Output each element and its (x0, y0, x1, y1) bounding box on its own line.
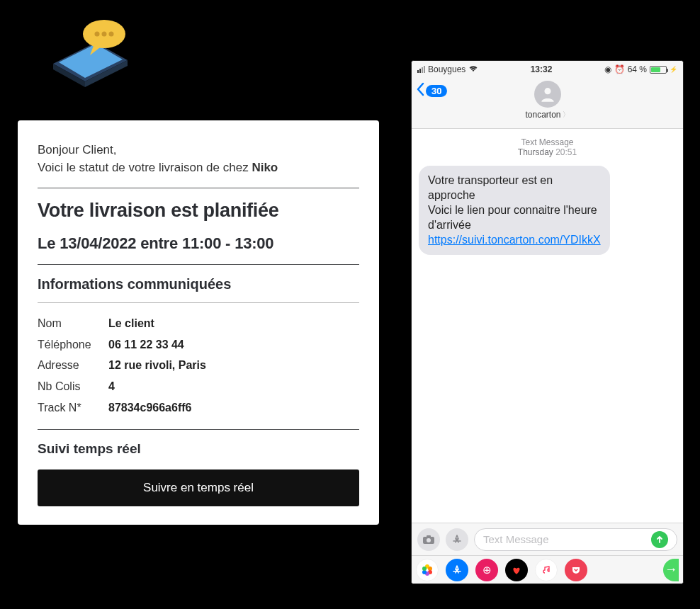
greeting-line1: Bonjour Client, (38, 142, 359, 159)
status-left: Bouygues (417, 64, 478, 74)
carrier-name: Bouygues (428, 64, 465, 74)
table-row: Track N* 87834c966a6ff6 (38, 397, 359, 419)
email-greeting: Bonjour Client, Voici le statut de votre… (38, 142, 359, 176)
thread-timestamp: Text Message Thursday 20:51 (419, 137, 676, 157)
table-row: Adresse 12 rue rivoli, Paris (38, 355, 359, 376)
message-input[interactable]: Text Message (474, 528, 677, 551)
imessage-app-strip: ⊕ → (412, 555, 683, 584)
back-button[interactable]: 30 (416, 82, 447, 100)
delivery-status-title: Votre livraison est planifiée (38, 200, 359, 222)
more-apps-button[interactable]: → (663, 559, 679, 581)
svg-point-6 (95, 32, 100, 37)
realtime-title: Suivi temps réel (38, 441, 359, 457)
delivery-status-date: Le 13/04/2022 entre 11:00 - 13:00 (38, 234, 359, 253)
table-row: Nom Le client (38, 313, 359, 334)
svg-rect-11 (427, 535, 431, 537)
divider (38, 429, 359, 430)
sms-line2: Voici le lien pour connaitre l'heure d'a… (428, 203, 601, 232)
iphone-messages-screen: Bouygues 13:32 ◉ ⏰ 64 % ⚡ 30 toncarton 〉 (411, 60, 684, 584)
sms-bubble: Votre transporteur est en approche Voici… (419, 166, 610, 255)
pocket-app-icon[interactable] (565, 559, 587, 581)
follow-realtime-button[interactable]: Suivre en temps réel (38, 469, 359, 506)
tracking-label: Track N* (38, 397, 108, 419)
placeholder-text: Text Message (483, 533, 549, 545)
info-table: Nom Le client Téléphone 06 11 22 33 44 A… (38, 313, 359, 418)
phone-value: 06 11 22 33 44 (108, 334, 184, 355)
svg-point-8 (109, 32, 114, 37)
name-label: Nom (38, 313, 108, 334)
sms-line1: Votre transporteur est en approche (428, 173, 601, 203)
wifi-icon (468, 64, 478, 74)
music-app-icon[interactable] (535, 559, 558, 581)
packages-label: Nb Colis (38, 376, 108, 397)
chevron-right-icon: 〉 (563, 110, 570, 120)
message-input-bar: Text Message (412, 523, 683, 555)
search-app-icon[interactable]: ⊕ (475, 559, 498, 581)
contact-avatar[interactable] (534, 81, 561, 108)
send-button[interactable] (651, 531, 668, 548)
sender-name: Niko (252, 161, 278, 174)
svg-point-7 (102, 32, 107, 37)
chevron-left-icon (416, 82, 424, 100)
svg-point-9 (544, 88, 551, 94)
greeting-line2: Voici le statut de votre livraison de ch… (38, 159, 359, 177)
signal-icon (417, 66, 425, 73)
battery-icon (650, 66, 667, 74)
svg-point-18 (422, 567, 427, 571)
phone-label: Téléphone (38, 334, 108, 355)
table-row: Téléphone 06 11 22 33 44 (38, 334, 359, 355)
message-thread[interactable]: Text Message Thursday 20:51 Votre transp… (412, 129, 683, 263)
app-store-button[interactable] (446, 528, 468, 551)
phone-sms-illustration (46, 14, 138, 92)
do-not-disturb-icon: ◉ (604, 64, 611, 74)
nav-bar: 30 toncarton 〉 (412, 78, 683, 129)
delivery-email-card: Bonjour Client, Voici le statut de votre… (18, 120, 379, 525)
status-time: 13:32 (531, 64, 553, 74)
info-section-title: Informations communiquées (38, 276, 359, 292)
alarm-icon: ⏰ (614, 64, 625, 74)
divider (38, 264, 359, 265)
status-bar: Bouygues 13:32 ◉ ⏰ 64 % ⚡ (412, 61, 683, 78)
appstore-app-icon[interactable] (446, 559, 468, 581)
charging-icon: ⚡ (670, 66, 677, 73)
divider (38, 188, 359, 188)
back-badge-count: 30 (426, 85, 447, 97)
name-value: Le client (108, 313, 154, 334)
packages-value: 4 (108, 376, 115, 397)
table-row: Nb Colis 4 (38, 376, 359, 397)
battery-percent: 64 % (628, 64, 647, 74)
camera-button[interactable] (417, 528, 440, 551)
svg-point-12 (427, 538, 431, 542)
tracking-link[interactable]: https://suivi.toncarton.com/YDIkkX (428, 232, 601, 247)
divider (38, 302, 359, 303)
contact-name[interactable]: toncarton 〉 (525, 110, 569, 120)
photos-app-icon[interactable] (416, 559, 439, 581)
fitness-app-icon[interactable] (505, 559, 528, 581)
address-value: 12 rue rivoli, Paris (108, 355, 206, 376)
address-label: Adresse (38, 355, 108, 376)
tracking-value: 87834c966a6ff6 (108, 397, 191, 419)
status-right: ◉ ⏰ 64 % ⚡ (604, 64, 677, 74)
